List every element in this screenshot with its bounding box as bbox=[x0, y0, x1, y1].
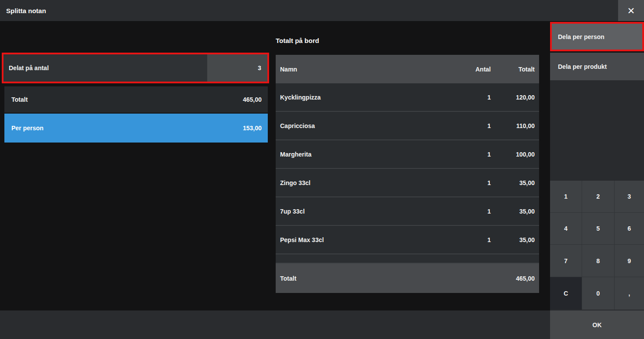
header-qty: Antal bbox=[451, 66, 491, 73]
numpad-key-4[interactable]: 4 bbox=[550, 213, 582, 244]
item-name: Kycklingpizza bbox=[280, 94, 451, 101]
mode-button-per-product[interactable]: Dela per produkt bbox=[550, 53, 644, 80]
numpad-key-9[interactable]: 9 bbox=[615, 245, 644, 277]
per-person-row[interactable]: Per person 153,00 bbox=[4, 114, 268, 143]
item-total: 35,00 bbox=[491, 179, 535, 186]
header-name: Namn bbox=[280, 66, 451, 73]
item-name: 7up 33cl bbox=[280, 208, 451, 215]
table-spacer bbox=[276, 254, 539, 264]
numpad: 1 2 3 4 5 6 7 8 9 C 0 , bbox=[550, 181, 644, 310]
item-name: Margherita bbox=[280, 151, 451, 158]
ok-button[interactable]: OK bbox=[550, 310, 644, 339]
split-total-value: 465,00 bbox=[243, 96, 262, 103]
table-header-row: Namn Antal Totalt bbox=[276, 55, 539, 83]
mode-button-label: Dela per person bbox=[558, 33, 604, 40]
item-total: 100,00 bbox=[491, 151, 535, 158]
mode-button-per-person[interactable]: Dela per person bbox=[550, 22, 644, 51]
split-total-row: Totalt 465,00 bbox=[4, 86, 268, 113]
item-total: 35,00 bbox=[491, 236, 535, 243]
numpad-key-3[interactable]: 3 bbox=[615, 181, 644, 212]
table-row[interactable]: Zingo 33cl 1 35,00 bbox=[276, 169, 539, 197]
split-count-label: Delat på antal bbox=[4, 54, 207, 82]
split-bill-dialog: Splitta notan ✕ Delat på antal 3 Totalt … bbox=[0, 0, 644, 339]
mode-button-label: Dela per produkt bbox=[558, 63, 607, 70]
table-row[interactable]: 7up 33cl 1 35,00 bbox=[276, 197, 539, 226]
item-name: Zingo 33cl bbox=[280, 179, 451, 186]
numpad-key-2[interactable]: 2 bbox=[582, 181, 614, 212]
split-count-input[interactable]: 3 bbox=[207, 54, 267, 82]
order-table: Namn Antal Totalt Kycklingpizza 1 120,00… bbox=[276, 55, 539, 293]
header-total: Totalt bbox=[491, 66, 535, 73]
table-row[interactable]: Kycklingpizza 1 120,00 bbox=[276, 83, 539, 112]
numpad-key-7[interactable]: 7 bbox=[550, 245, 582, 277]
table-row[interactable]: Margherita 1 100,00 bbox=[276, 140, 539, 169]
numpad-key-clear[interactable]: C bbox=[550, 277, 582, 310]
item-qty: 1 bbox=[451, 151, 491, 158]
close-icon: ✕ bbox=[627, 6, 635, 15]
numpad-key-comma[interactable]: , bbox=[615, 277, 644, 310]
footer-label: Totalt bbox=[280, 275, 491, 282]
table-row[interactable]: Pepsi Max 33cl 1 35,00 bbox=[276, 226, 539, 254]
titlebar: Splitta notan bbox=[0, 0, 644, 21]
numpad-key-0[interactable]: 0 bbox=[582, 277, 614, 310]
numpad-key-8[interactable]: 8 bbox=[582, 245, 614, 277]
item-total: 35,00 bbox=[491, 208, 535, 215]
numpad-key-5[interactable]: 5 bbox=[582, 213, 614, 244]
numpad-key-1[interactable]: 1 bbox=[550, 181, 582, 212]
item-qty: 1 bbox=[451, 122, 491, 129]
item-qty: 1 bbox=[451, 94, 491, 101]
item-qty: 1 bbox=[451, 208, 491, 215]
bottom-strip bbox=[0, 310, 550, 339]
split-count-row[interactable]: Delat på antal 3 bbox=[2, 53, 269, 83]
table-footer-row: Totalt 465,00 bbox=[276, 264, 539, 293]
numpad-key-6[interactable]: 6 bbox=[615, 213, 644, 244]
item-name: Capricciosa bbox=[280, 122, 451, 129]
item-qty: 1 bbox=[451, 179, 491, 186]
item-total: 120,00 bbox=[491, 94, 535, 101]
per-person-value: 153,00 bbox=[243, 125, 262, 132]
item-qty: 1 bbox=[451, 236, 491, 243]
table-row[interactable]: Capricciosa 1 110,00 bbox=[276, 112, 539, 140]
dialog-title: Splitta notan bbox=[6, 0, 46, 21]
item-total: 110,00 bbox=[491, 122, 535, 129]
per-person-label: Per person bbox=[11, 125, 43, 132]
table-title: Totalt på bord bbox=[276, 37, 319, 44]
split-total-label: Totalt bbox=[11, 96, 28, 103]
close-button[interactable]: ✕ bbox=[618, 0, 644, 21]
item-name: Pepsi Max 33cl bbox=[280, 236, 451, 243]
footer-total: 465,00 bbox=[491, 275, 535, 282]
